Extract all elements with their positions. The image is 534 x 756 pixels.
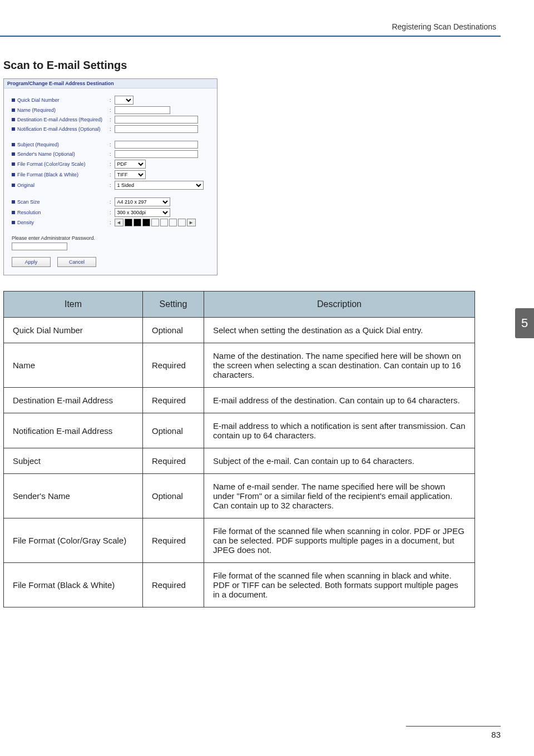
table-row: SubjectRequiredSubject of the e-mail. Ca… [4,448,475,474]
table-row: Destination E-mail AddressRequiredE-mail… [4,388,475,413]
screenshot-row: File Format (Color/Gray Scale):PDF [12,160,209,169]
cell-setting: Required [143,343,204,388]
cell-description: E-mail address to which a notification i… [204,413,475,448]
bullet-icon [12,221,15,224]
select-input[interactable]: TIFF [115,170,146,179]
screenshot-field-label: Density [12,220,106,225]
text-input[interactable] [115,106,170,114]
cell-setting: Optional [143,474,204,518]
cell-description: Name of e-mail sender. The name specifie… [204,474,475,518]
cell-description: Select when setting the destination as a… [204,318,475,343]
density-step[interactable] [169,219,177,226]
screenshot-row: Resolution:300 x 300dpi [12,208,209,217]
cell-setting: Optional [143,413,204,448]
cell-description: Name of the destination. The name specif… [204,343,475,388]
screenshot-row: Name (Required): [12,106,209,114]
bullet-icon [12,143,15,146]
screenshot-field-label: Quick Dial Number [12,97,106,103]
table-row: Sender's NameOptionalName of e-mail send… [4,474,475,518]
bullet-icon [12,127,15,131]
select-input[interactable]: A4 210 x 297 [115,197,170,206]
cell-setting: Required [143,448,204,474]
text-input[interactable] [115,125,198,133]
cell-item: File Format (Black & White) [4,563,143,607]
screenshot-row: Quick Dial Number: [12,96,209,105]
bullet-icon [12,108,15,112]
cell-item: File Format (Color/Gray Scale) [4,518,143,563]
cell-description: File format of the scanned file when sca… [204,563,475,607]
select-input[interactable] [115,96,134,105]
cell-item: Subject [4,448,143,474]
table-header-setting: Setting [143,291,204,318]
admin-password-note: Please enter Administrator Password. [12,235,209,241]
table-row: File Format (Black & White)RequiredFile … [4,563,475,607]
admin-password-input[interactable] [12,243,67,250]
screenshot-row: Notification E-mail Address (Optional): [12,125,209,133]
density-step[interactable] [134,219,141,226]
screenshot-row: Destination E-mail Address (Required): [12,116,209,123]
density-step[interactable] [160,219,168,226]
page-number: 83 [406,730,501,739]
bullet-icon [12,98,15,102]
screenshot-field-label: Notification E-mail Address (Optional) [12,126,106,132]
screenshot-field-label: Original [12,182,106,188]
density-step[interactable] [142,219,150,226]
cancel-button[interactable]: Cancel [57,257,96,267]
density-step[interactable] [151,219,159,226]
screenshot-field-label: File Format (Color/Gray Scale) [12,161,106,167]
select-input[interactable]: PDF [115,160,146,169]
bullet-icon [12,118,15,121]
screenshot-field-label: Name (Required) [12,107,106,113]
screenshot-field-label: Destination E-mail Address (Required) [12,117,106,122]
screenshot-field-label: Resolution [12,210,106,215]
bullet-icon [12,152,15,156]
table-row: NameRequiredName of the destination. The… [4,343,475,388]
table-row: File Format (Color/Gray Scale)RequiredFi… [4,518,475,563]
text-input[interactable] [115,141,198,149]
density-decrease-icon[interactable]: ◄ [115,219,123,226]
screenshot-title: Program/Change E-mail Address Destinatio… [4,79,217,88]
screenshot-row: Scan Size:A4 210 x 297 [12,197,209,206]
select-input[interactable]: 300 x 300dpi [115,208,170,217]
density-control[interactable]: ◄► [115,219,196,226]
screenshot-panel: Program/Change E-mail Address Destinatio… [3,78,217,275]
apply-button[interactable]: Apply [12,257,51,267]
cell-item: Notification E-mail Address [4,413,143,448]
cell-description: File format of the scanned file when sca… [204,518,475,563]
cell-item: Name [4,343,143,388]
header-rule [0,36,501,37]
cell-item: Sender's Name [4,474,143,518]
screenshot-field-label: Sender's Name (Optional) [12,151,106,157]
chapter-tab: 5 [515,308,534,338]
table-row: Quick Dial NumberOptionalSelect when set… [4,318,475,343]
bullet-icon [12,184,15,187]
screenshot-field-label: Scan Size [12,199,106,205]
table-header-item: Item [4,291,143,318]
select-input[interactable]: 1 Sided [115,181,204,190]
density-increase-icon[interactable]: ► [187,219,196,226]
screenshot-row: File Format (Black & White):TIFF [12,170,209,179]
table-row: Notification E-mail AddressOptionalE-mai… [4,413,475,448]
running-header: Registering Scan Destinations [0,22,501,31]
section-heading: Scan to E-mail Settings [3,59,501,72]
cell-setting: Required [143,388,204,413]
density-step[interactable] [178,219,186,226]
density-step[interactable] [125,219,132,226]
cell-setting: Required [143,563,204,607]
bullet-icon [12,173,15,176]
screenshot-field-label: File Format (Black & White) [12,172,106,177]
settings-table: Item Setting Description Quick Dial Numb… [3,291,475,607]
text-input[interactable] [115,116,198,123]
table-header-description: Description [204,291,475,318]
screenshot-field-label: Subject (Required) [12,142,106,147]
screenshot-row: Original:1 Sided [12,181,209,190]
screenshot-row: Density:◄► [12,219,209,226]
screenshot-row: Subject (Required): [12,141,209,149]
cell-description: Subject of the e-mail. Can contain up to… [204,448,475,474]
text-input[interactable] [115,150,198,158]
cell-setting: Required [143,518,204,563]
bullet-icon [12,211,15,214]
cell-item: Quick Dial Number [4,318,143,343]
bullet-icon [12,162,15,166]
cell-description: E-mail address of the destination. Can c… [204,388,475,413]
